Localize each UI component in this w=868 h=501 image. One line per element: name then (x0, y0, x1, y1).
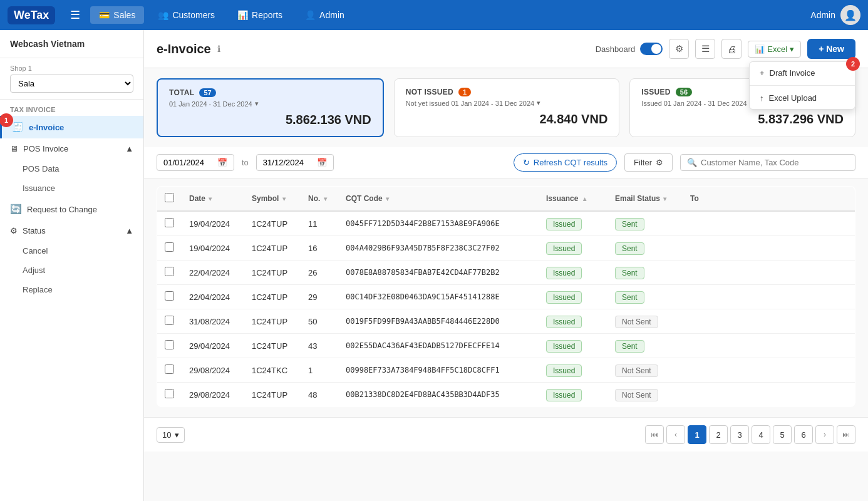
date-to-input[interactable]: 📅 (256, 154, 334, 171)
page-last-button[interactable]: ⏭ (837, 425, 855, 444)
page-btn-1[interactable]: 1 (688, 425, 706, 444)
row-issuance: Issued (539, 236, 607, 261)
page-btn-3[interactable]: 3 (730, 425, 749, 444)
header-cqt-code[interactable]: CQT Code ▾ (338, 187, 539, 212)
header-date[interactable]: Date ▾ (182, 187, 244, 212)
row-email-status: Sent (607, 285, 683, 309)
card-badge-total: 57 (199, 88, 215, 97)
card-date-not-issued: Not yet issued 01 Jan 2024 - 31 Dec 2024… (406, 99, 608, 107)
card-title-not-issued: NOT ISSUED (406, 88, 453, 96)
card-title-issued: ISSUED (641, 88, 670, 96)
page-btn-6[interactable]: 6 (794, 425, 813, 444)
header-email-status[interactable]: Email Status ▾ (607, 187, 683, 212)
select-all-checkbox[interactable] (165, 193, 174, 202)
reports-icon: 📊 (237, 10, 248, 20)
nav-label-admin: Admin (319, 10, 344, 20)
page-next-button[interactable]: › (815, 425, 834, 444)
chevron-up-icon-status: ▲ (125, 226, 133, 235)
sidebar-item-issuance[interactable]: Issuance (0, 178, 143, 198)
row-select-checkbox[interactable] (165, 267, 174, 276)
row-select-checkbox[interactable] (165, 218, 174, 227)
row-checkbox (157, 309, 182, 334)
row-email-status: Not Sent (607, 309, 683, 334)
nav-item-customers[interactable]: 👥 Customers (149, 6, 224, 24)
row-select-checkbox[interactable] (165, 242, 174, 252)
date-to-field[interactable] (263, 158, 313, 167)
page-size-selector[interactable]: 10 ▾ (157, 427, 185, 443)
filter-button[interactable]: Filter ⚙ (624, 153, 673, 172)
admin-user-area[interactable]: Admin 👤 (810, 5, 860, 25)
new-button[interactable]: + New (807, 39, 855, 59)
card-badge-issued: 56 (676, 88, 692, 96)
row-to (683, 358, 855, 383)
dropdown-draft-invoice[interactable]: + Draft Invoice (750, 62, 855, 84)
shop-selector[interactable]: Sala (10, 75, 133, 93)
pagination: 10 ▾ ⏮ ‹ 1 2 3 4 5 6 › ⏭ (144, 417, 868, 452)
sort-arrow-cqt: ▾ (386, 195, 389, 202)
date-from-input[interactable]: 📅 (157, 154, 234, 171)
sidebar-label-status: Status (23, 226, 46, 235)
card-amount-total: 5.862.136 VND (169, 113, 371, 127)
row-cqt: 00C14DF32E08D0463DA9C15AF45141288E (338, 285, 539, 309)
page-btn-2[interactable]: 2 (709, 425, 728, 444)
sidebar-item-replace[interactable]: Replace (0, 280, 143, 299)
issuance-badge: Issued (546, 267, 582, 279)
header-issuance[interactable]: Issuance ▲ (539, 187, 607, 212)
sidebar-label-e-invoice: e-Invoice (29, 123, 64, 132)
issuance-badge: Issued (546, 242, 582, 255)
sidebar-group-status[interactable]: ⚙ Status ▲ (0, 220, 143, 241)
search-input[interactable] (701, 158, 849, 167)
settings-button[interactable]: ⚙ (669, 39, 689, 59)
row-date: 22/04/2024 (182, 261, 244, 285)
annotation-badge-2: 2 (846, 57, 860, 71)
search-box[interactable]: 🔍 (680, 154, 855, 171)
card-not-issued[interactable]: NOT ISSUED 1 Not yet issued 01 Jan 2024 … (394, 78, 620, 137)
row-symbol: 1C24TUP (244, 309, 301, 334)
header-symbol[interactable]: Symbol ▾ (244, 187, 301, 212)
row-checkbox (157, 261, 182, 285)
app-logo: WeTax (8, 6, 55, 24)
sidebar-item-adjust[interactable]: Adjust (0, 261, 143, 280)
nav-item-admin[interactable]: 👤 Admin (296, 6, 353, 24)
row-email-status: Sent (607, 236, 683, 261)
nav-item-sales[interactable]: 💳 Sales (90, 6, 144, 24)
excel-button[interactable]: 📊 Excel ▾ (748, 41, 801, 58)
row-select-checkbox[interactable] (165, 389, 174, 398)
sidebar-group-pos-invoice[interactable]: 🖥 POS Invoice ▲ (0, 138, 143, 159)
row-email-status: Sent (607, 211, 683, 236)
issuance-badge: Issued (546, 340, 582, 353)
row-no: 1 (301, 358, 338, 383)
header-no[interactable]: No. ▾ (301, 187, 338, 212)
row-select-checkbox[interactable] (165, 291, 174, 301)
card-total[interactable]: TOTAL 57 01 Jan 2024 - 31 Dec 2024 ▾ 5.8… (157, 78, 384, 137)
page-btn-4[interactable]: 4 (752, 425, 770, 444)
sidebar-item-cancel[interactable]: Cancel (0, 241, 143, 261)
email-status-badge: Not Sent (615, 389, 658, 401)
dropdown-excel-upload[interactable]: ↑ Excel Upload (750, 87, 855, 109)
sidebar-item-pos-data[interactable]: POS Data (0, 159, 143, 178)
search-icon: 🔍 (687, 158, 697, 167)
sidebar-item-e-invoice[interactable]: 1 🧾 e-Invoice (0, 116, 143, 138)
nav-toggle-button[interactable]: ☰ (65, 6, 85, 24)
sidebar-item-request-to-change[interactable]: 🔄 Request to Change (0, 198, 143, 220)
new-button-container: + New 2 + Draft Invoice ↑ Excel Upload (807, 39, 855, 59)
row-select-checkbox[interactable] (165, 340, 174, 349)
row-date: 19/04/2024 (182, 236, 244, 261)
row-select-checkbox[interactable] (165, 316, 174, 325)
nav-item-reports[interactable]: 📊 Reports (229, 6, 291, 24)
dashboard-toggle-switch[interactable] (640, 43, 663, 55)
page-first-button[interactable]: ⏮ (645, 425, 664, 444)
date-from-field[interactable] (163, 158, 214, 167)
print-button[interactable]: 🖨 (721, 39, 741, 59)
page-prev-button[interactable]: ‹ (666, 425, 685, 444)
row-select-checkbox[interactable] (165, 364, 174, 374)
row-to (683, 383, 855, 407)
info-icon[interactable]: ℹ (217, 44, 220, 54)
page-title: e-Invoice (157, 42, 211, 56)
page-btn-5[interactable]: 5 (773, 425, 792, 444)
refresh-cqt-button[interactable]: ↻ Refresh CQT results (514, 153, 617, 172)
list-view-button[interactable]: ☰ (695, 39, 715, 59)
calendar-icon-to: 📅 (317, 158, 327, 167)
row-email-status: Sent (607, 334, 683, 358)
annotation-badge-1: 1 (0, 113, 13, 127)
